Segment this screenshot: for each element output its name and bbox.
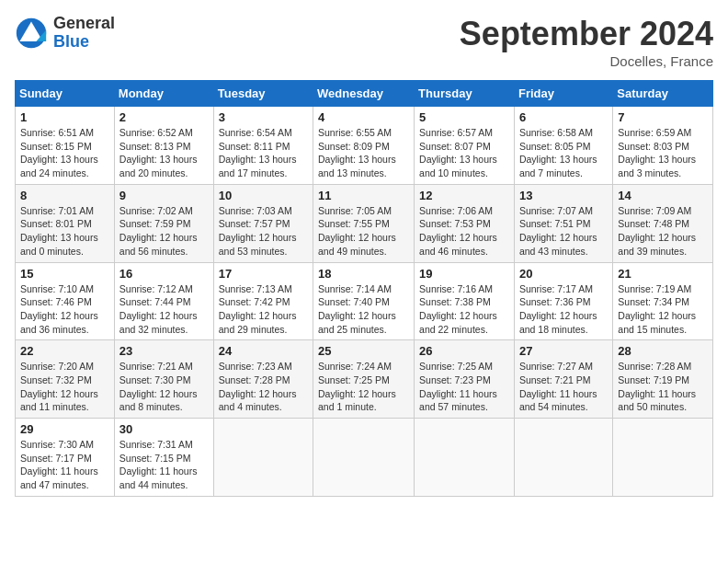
calendar-header-row: SundayMondayTuesdayWednesdayThursdayFrid… bbox=[16, 81, 713, 107]
weekday-header-sunday: Sunday bbox=[16, 81, 115, 107]
calendar-cell: 14Sunrise: 7:09 AMSunset: 7:48 PMDayligh… bbox=[613, 184, 713, 262]
day-number: 11 bbox=[318, 189, 409, 202]
calendar-cell: 28Sunrise: 7:28 AMSunset: 7:19 PMDayligh… bbox=[613, 340, 713, 419]
day-info: Sunrise: 6:54 AMSunset: 8:11 PMDaylight:… bbox=[219, 126, 308, 180]
day-info: Sunrise: 6:52 AMSunset: 8:13 PMDaylight:… bbox=[119, 126, 209, 180]
calendar-cell: 22Sunrise: 7:20 AMSunset: 7:32 PMDayligh… bbox=[16, 340, 115, 419]
day-number: 25 bbox=[318, 344, 409, 358]
calendar-cell: 1Sunrise: 6:51 AMSunset: 8:15 PMDaylight… bbox=[16, 107, 115, 185]
calendar-cell bbox=[514, 419, 612, 497]
day-info: Sunrise: 7:03 AMSunset: 7:57 PMDaylight:… bbox=[219, 204, 308, 259]
day-number: 10 bbox=[219, 189, 308, 202]
calendar-week-row: 29Sunrise: 7:30 AMSunset: 7:17 PMDayligh… bbox=[16, 419, 713, 497]
day-number: 9 bbox=[119, 189, 209, 202]
day-info: Sunrise: 6:59 AMSunset: 8:03 PMDaylight:… bbox=[618, 126, 708, 180]
day-number: 13 bbox=[519, 189, 608, 202]
calendar-cell: 16Sunrise: 7:12 AMSunset: 7:44 PMDayligh… bbox=[114, 262, 213, 340]
day-info: Sunrise: 6:51 AMSunset: 8:15 PMDaylight:… bbox=[20, 126, 109, 180]
calendar-cell: 8Sunrise: 7:01 AMSunset: 8:01 PMDaylight… bbox=[16, 184, 115, 262]
calendar-week-row: 8Sunrise: 7:01 AMSunset: 8:01 PMDaylight… bbox=[16, 184, 713, 262]
day-number: 8 bbox=[20, 189, 109, 202]
day-info: Sunrise: 6:57 AMSunset: 8:07 PMDaylight:… bbox=[419, 126, 509, 180]
calendar-cell bbox=[415, 419, 515, 497]
day-info: Sunrise: 7:12 AMSunset: 7:44 PMDaylight:… bbox=[119, 282, 209, 337]
calendar-week-row: 15Sunrise: 7:10 AMSunset: 7:46 PMDayligh… bbox=[16, 262, 713, 340]
day-number: 19 bbox=[419, 267, 509, 281]
calendar-cell: 5Sunrise: 6:57 AMSunset: 8:07 PMDaylight… bbox=[415, 107, 515, 185]
day-info: Sunrise: 7:05 AMSunset: 7:55 PMDaylight:… bbox=[318, 204, 409, 259]
day-number: 7 bbox=[618, 110, 708, 124]
day-info: Sunrise: 7:07 AMSunset: 7:51 PMDaylight:… bbox=[519, 204, 608, 259]
day-number: 6 bbox=[519, 110, 608, 124]
day-info: Sunrise: 7:10 AMSunset: 7:46 PMDaylight:… bbox=[20, 282, 109, 337]
logo-text: General Blue bbox=[53, 15, 115, 52]
day-info: Sunrise: 7:31 AMSunset: 7:15 PMDaylight:… bbox=[119, 438, 209, 492]
calendar-cell: 26Sunrise: 7:25 AMSunset: 7:23 PMDayligh… bbox=[415, 340, 515, 419]
location: Docelles, France bbox=[460, 53, 713, 69]
calendar-table: SundayMondayTuesdayWednesdayThursdayFrid… bbox=[15, 80, 713, 497]
day-number: 17 bbox=[219, 267, 308, 281]
calendar-cell bbox=[213, 419, 313, 497]
calendar-cell: 20Sunrise: 7:17 AMSunset: 7:36 PMDayligh… bbox=[514, 262, 612, 340]
calendar-cell: 29Sunrise: 7:30 AMSunset: 7:17 PMDayligh… bbox=[16, 419, 115, 497]
calendar-cell: 3Sunrise: 6:54 AMSunset: 8:11 PMDaylight… bbox=[213, 107, 313, 185]
calendar-cell: 19Sunrise: 7:16 AMSunset: 7:38 PMDayligh… bbox=[415, 262, 515, 340]
day-info: Sunrise: 7:20 AMSunset: 7:32 PMDaylight:… bbox=[20, 360, 109, 414]
day-number: 20 bbox=[519, 267, 608, 281]
calendar-cell: 24Sunrise: 7:23 AMSunset: 7:28 PMDayligh… bbox=[213, 340, 313, 419]
day-info: Sunrise: 7:16 AMSunset: 7:38 PMDaylight:… bbox=[419, 282, 509, 337]
day-info: Sunrise: 7:02 AMSunset: 7:59 PMDaylight:… bbox=[119, 204, 209, 259]
day-info: Sunrise: 7:09 AMSunset: 7:48 PMDaylight:… bbox=[618, 204, 708, 259]
day-number: 29 bbox=[20, 422, 109, 436]
weekday-header-friday: Friday bbox=[514, 81, 612, 107]
weekday-header-saturday: Saturday bbox=[613, 81, 713, 107]
calendar-week-row: 22Sunrise: 7:20 AMSunset: 7:32 PMDayligh… bbox=[16, 340, 713, 419]
weekday-header-tuesday: Tuesday bbox=[213, 81, 313, 107]
weekday-header-wednesday: Wednesday bbox=[313, 81, 415, 107]
day-number: 21 bbox=[618, 267, 708, 281]
calendar-cell: 17Sunrise: 7:13 AMSunset: 7:42 PMDayligh… bbox=[213, 262, 313, 340]
calendar-cell: 23Sunrise: 7:21 AMSunset: 7:30 PMDayligh… bbox=[114, 340, 213, 419]
title-block: September 2024 Docelles, France bbox=[460, 15, 713, 69]
calendar-cell: 2Sunrise: 6:52 AMSunset: 8:13 PMDaylight… bbox=[114, 107, 213, 185]
day-info: Sunrise: 7:01 AMSunset: 8:01 PMDaylight:… bbox=[20, 204, 109, 259]
calendar-cell: 11Sunrise: 7:05 AMSunset: 7:55 PMDayligh… bbox=[313, 184, 415, 262]
logo: General Blue bbox=[15, 15, 115, 52]
day-info: Sunrise: 7:24 AMSunset: 7:25 PMDaylight:… bbox=[318, 360, 409, 414]
day-number: 23 bbox=[119, 344, 209, 358]
day-number: 1 bbox=[20, 110, 109, 124]
day-info: Sunrise: 7:27 AMSunset: 7:21 PMDaylight:… bbox=[519, 360, 608, 414]
calendar-cell: 21Sunrise: 7:19 AMSunset: 7:34 PMDayligh… bbox=[613, 262, 713, 340]
day-number: 24 bbox=[219, 344, 308, 358]
calendar-cell: 10Sunrise: 7:03 AMSunset: 7:57 PMDayligh… bbox=[213, 184, 313, 262]
day-info: Sunrise: 7:23 AMSunset: 7:28 PMDaylight:… bbox=[219, 360, 308, 414]
month-title: September 2024 bbox=[460, 15, 713, 53]
day-number: 16 bbox=[119, 267, 209, 281]
day-info: Sunrise: 7:17 AMSunset: 7:36 PMDaylight:… bbox=[519, 282, 608, 337]
day-info: Sunrise: 6:58 AMSunset: 8:05 PMDaylight:… bbox=[519, 126, 608, 180]
day-info: Sunrise: 7:13 AMSunset: 7:42 PMDaylight:… bbox=[219, 282, 308, 337]
calendar-cell: 25Sunrise: 7:24 AMSunset: 7:25 PMDayligh… bbox=[313, 340, 415, 419]
day-info: Sunrise: 7:14 AMSunset: 7:40 PMDaylight:… bbox=[318, 282, 409, 337]
calendar-cell: 27Sunrise: 7:27 AMSunset: 7:21 PMDayligh… bbox=[514, 340, 612, 419]
page-header: General Blue September 2024 Docelles, Fr… bbox=[15, 15, 713, 69]
logo-icon bbox=[15, 17, 48, 50]
day-number: 12 bbox=[419, 189, 509, 202]
weekday-header-monday: Monday bbox=[114, 81, 213, 107]
day-number: 3 bbox=[219, 110, 308, 124]
calendar-cell: 30Sunrise: 7:31 AMSunset: 7:15 PMDayligh… bbox=[114, 419, 213, 497]
calendar-cell: 12Sunrise: 7:06 AMSunset: 7:53 PMDayligh… bbox=[415, 184, 515, 262]
day-number: 15 bbox=[20, 267, 109, 281]
calendar-cell: 18Sunrise: 7:14 AMSunset: 7:40 PMDayligh… bbox=[313, 262, 415, 340]
calendar-cell: 9Sunrise: 7:02 AMSunset: 7:59 PMDaylight… bbox=[114, 184, 213, 262]
day-number: 27 bbox=[519, 344, 608, 358]
day-info: Sunrise: 7:28 AMSunset: 7:19 PMDaylight:… bbox=[618, 360, 708, 414]
day-number: 18 bbox=[318, 267, 409, 281]
day-info: Sunrise: 6:55 AMSunset: 8:09 PMDaylight:… bbox=[318, 126, 409, 180]
day-info: Sunrise: 7:25 AMSunset: 7:23 PMDaylight:… bbox=[419, 360, 509, 414]
weekday-header-thursday: Thursday bbox=[415, 81, 515, 107]
day-info: Sunrise: 7:30 AMSunset: 7:17 PMDaylight:… bbox=[20, 438, 109, 492]
day-number: 5 bbox=[419, 110, 509, 124]
day-info: Sunrise: 7:21 AMSunset: 7:30 PMDaylight:… bbox=[119, 360, 209, 414]
day-info: Sunrise: 7:19 AMSunset: 7:34 PMDaylight:… bbox=[618, 282, 708, 337]
